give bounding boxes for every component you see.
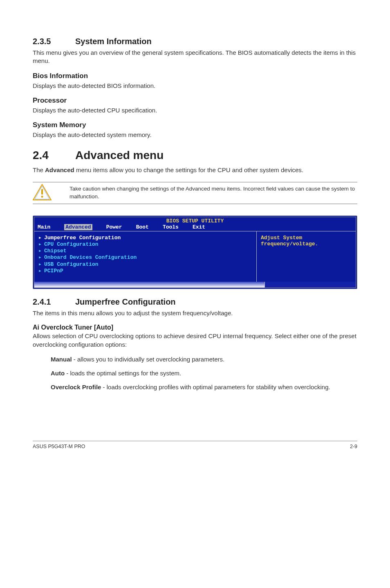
- bios-item-jumperfree[interactable]: ▸Jumperfree Configuration: [38, 235, 252, 241]
- memory-heading: System Memory: [33, 121, 357, 129]
- bios-tab-tools[interactable]: Tools: [163, 224, 179, 230]
- bios-item-label: Chipset: [44, 248, 67, 254]
- section-title: Advanced menu: [75, 149, 164, 162]
- bios-item-onboard[interactable]: ▸Onboard Devices Configuration: [38, 254, 252, 261]
- section-intro: This menu gives you an overview of the g…: [33, 49, 357, 65]
- page-footer: ASUS P5G43T-M PRO 2-9: [33, 441, 357, 449]
- bios-fade-right: [264, 282, 356, 287]
- bios-help-line: Adjust System: [261, 235, 352, 241]
- option-desc: - allows you to individually set overclo…: [72, 356, 225, 363]
- section-2-4-heading: 2.4Advanced menu: [33, 149, 357, 162]
- section-title: Jumperfree Configuration: [75, 297, 176, 306]
- bios-item-pcipnp[interactable]: ▸PCIPnP: [38, 268, 252, 274]
- caution-box: Take caution when changing the settings …: [33, 182, 357, 204]
- option-name: Auto: [51, 370, 65, 377]
- bios-item-usb[interactable]: ▸USB Configuration: [38, 261, 252, 268]
- section-2-3-5-heading: 2.3.5System Information: [33, 37, 357, 46]
- bios-tab-main[interactable]: Main: [38, 224, 50, 230]
- bios-menu-list: ▸Jumperfree Configuration ▸CPU Configura…: [34, 231, 256, 282]
- option-manual: Manual - allows you to individually set …: [51, 355, 357, 364]
- processor-heading: Processor: [33, 97, 357, 105]
- bios-item-cpu[interactable]: ▸CPU Configuration: [38, 241, 252, 248]
- ai-overclock-text: Allows selection of CPU overclocking opt…: [33, 332, 357, 349]
- bios-help-line: frequency/voltage.: [261, 241, 352, 247]
- option-auto: Auto - loads the optimal settings for th…: [51, 369, 357, 377]
- bios-tab-advanced[interactable]: Advanced: [64, 224, 92, 230]
- footer-page-number: 2-9: [350, 444, 357, 449]
- section-2-4-1-heading: 2.4.1Jumperfree Configuration: [33, 297, 357, 307]
- svg-point-3: [41, 195, 43, 197]
- option-desc: - loads the optimal settings for the sys…: [65, 370, 181, 377]
- option-desc: - loads overclocking profiles with optim…: [101, 384, 330, 391]
- bios-item-chipset[interactable]: ▸Chipset: [38, 248, 252, 254]
- option-overclock-profile: Overclock Profile - loads overclocking p…: [51, 383, 357, 391]
- bios-tab-exit[interactable]: Exit: [193, 224, 205, 230]
- bios-item-label: CPU Configuration: [44, 241, 99, 247]
- section-title: System Information: [75, 37, 152, 46]
- bios-fade: [34, 282, 264, 287]
- advanced-intro: The Advanced menu items allow you to cha…: [33, 166, 357, 174]
- section-number: 2.3.5: [33, 37, 75, 46]
- bios-item-label: PCIPnP: [44, 268, 63, 274]
- caution-text: Take caution when changing the settings …: [69, 185, 357, 200]
- bios-help-panel: Adjust System frequency/voltage.: [256, 231, 356, 282]
- ai-overclock-heading: Ai Overclock Tuner [Auto]: [33, 324, 357, 331]
- option-name: Overclock Profile: [51, 384, 101, 391]
- jumperfree-intro: The items in this menu allows you to adj…: [33, 309, 357, 317]
- footer-model: ASUS P5G43T-M PRO: [33, 444, 85, 449]
- section-number: 2.4: [33, 149, 75, 162]
- bios-screen: BIOS SETUP UTILITY Main Advanced Power B…: [33, 215, 357, 290]
- option-name: Manual: [51, 356, 72, 363]
- bios-title: BIOS SETUP UTILITY: [34, 217, 356, 224]
- bios-tab-boot[interactable]: Boot: [136, 224, 149, 230]
- bios-info-heading: Bios Information: [33, 72, 357, 80]
- bios-info-text: Displays the auto-detected BIOS informat…: [33, 82, 357, 90]
- bios-tab-power[interactable]: Power: [106, 224, 122, 230]
- processor-text: Displays the auto-detected CPU specifica…: [33, 106, 357, 114]
- memory-text: Displays the auto-detected system memory…: [33, 131, 357, 139]
- bios-item-label: USB Configuration: [44, 261, 99, 267]
- bios-item-label: Onboard Devices Configuration: [44, 254, 137, 260]
- bios-item-label: Jumperfree Configuration: [44, 235, 121, 241]
- svg-rect-2: [41, 189, 43, 195]
- section-number: 2.4.1: [33, 297, 75, 307]
- bios-menubar: Main Advanced Power Boot Tools Exit: [34, 224, 356, 231]
- caution-icon: [33, 184, 52, 200]
